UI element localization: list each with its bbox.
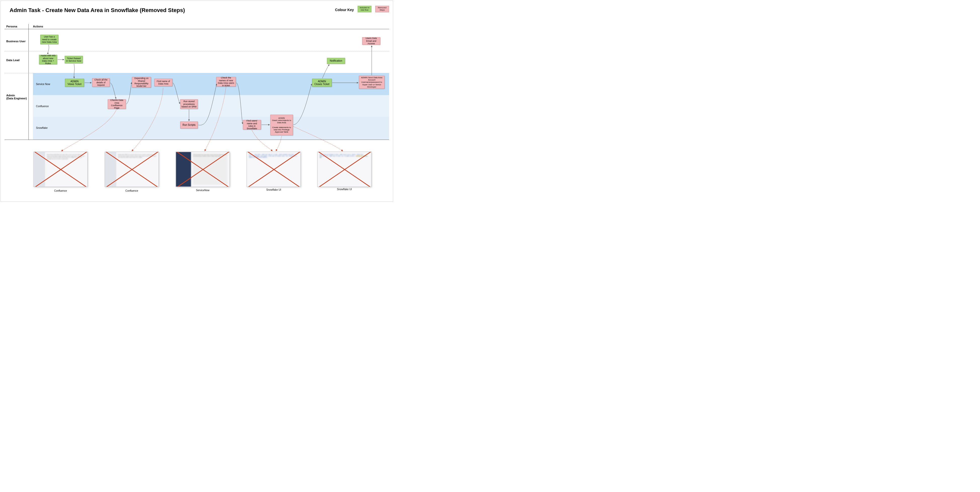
note-user-email-access: Users Gets Email and Access [362, 37, 380, 45]
header-rule [5, 29, 389, 29]
key-removed: Removed Steps [375, 6, 389, 12]
diagram-title: Admin Task - Create New Data Area in Sno… [10, 7, 185, 14]
screenshot-label-1: Confluence [33, 189, 88, 192]
persona-column-header: Persona [6, 25, 17, 28]
screenshot-snowflake-2: GRANT USAGE ON DATABASE TO ROLE; GRANT S… [317, 152, 371, 187]
note-check-users: Check the names of new Data Area users i… [216, 77, 236, 87]
svg-line-5 [176, 152, 230, 187]
screenshot-label-4: Snowflake UI [247, 189, 301, 191]
key-included: Included in new flow [358, 6, 371, 12]
colour-key-label: Colour Key [335, 8, 354, 12]
lane-label-sf: Snowflake [36, 127, 48, 129]
screenshot-servicenow: SCR ticket details lorem ipsum dolor sit… [176, 152, 230, 187]
note-user-need: User has a need to create new Data Area [40, 35, 58, 44]
svg-line-9 [317, 152, 371, 187]
row-admin: Admin (Data Engineer) [6, 94, 27, 100]
note-run-scripts: Run Scripts [180, 122, 198, 129]
diagram-canvas: Admin Task - Create New Data Area in Sno… [0, 0, 393, 202]
row-divider-1 [5, 51, 389, 51]
screenshot-confluence-1: Shared Responsibility Model lorem ipsum … [33, 152, 88, 187]
lane-label-conf: Confluence [36, 105, 49, 108]
svg-line-7 [247, 152, 301, 187]
note-run-stored-proc: Run stored procedures based on SRM [180, 99, 198, 109]
note-check-details: Check all the details of request [92, 78, 110, 87]
screenshot-snowflake-1: SELECT * FROM USERS; GRANT ROLE ANALYST … [247, 152, 301, 187]
lane-service-now [33, 73, 389, 95]
note-find-name: Find name of Data Area [154, 79, 172, 86]
screenshot-confluence-2: Analytics Area SRM Tier lorem ipsum dolo… [105, 152, 159, 187]
lane-label-sn: Service Now [36, 83, 50, 86]
actions-column-header: Actions [33, 25, 43, 28]
note-srm-tier: Depending on Shared Responsibility Model… [132, 77, 151, 87]
note-notification: Notification [327, 58, 345, 64]
note-assist-info: Assist with info about new Data Area + R… [39, 55, 57, 64]
svg-line-3 [105, 152, 159, 187]
note-find-users-roles: Find users' name and roles in Snowflake [243, 120, 261, 130]
note-checks-confluence: Checks Data Area Confluence Page [108, 99, 126, 109]
note-send-credentials: ADMIN Send Data Area Account Username/pa… [359, 76, 385, 89]
row-business-user: Business User [6, 40, 25, 43]
screenshot-label-2: Confluence [105, 189, 159, 192]
note-grant-roles: ADMIN Grant roles/objects to Data Area C… [270, 115, 293, 135]
note-ticket-raised: Ticket Raised in Service Now [65, 56, 83, 63]
note-admin-views-ticket: ADMIN Views Ticket [65, 79, 84, 87]
row-data-lead: Data Lead [6, 59, 20, 62]
lane-confluence [33, 95, 389, 117]
screenshot-label-5: Snowflake UI [317, 188, 371, 190]
svg-line-1 [33, 152, 88, 187]
row-divider-3 [5, 140, 389, 140]
note-admin-closes-ticket: ADMIN Closes Ticket [312, 79, 332, 87]
screenshot-label-3: ServiceNow [176, 189, 230, 192]
lane-snowflake [33, 117, 389, 140]
